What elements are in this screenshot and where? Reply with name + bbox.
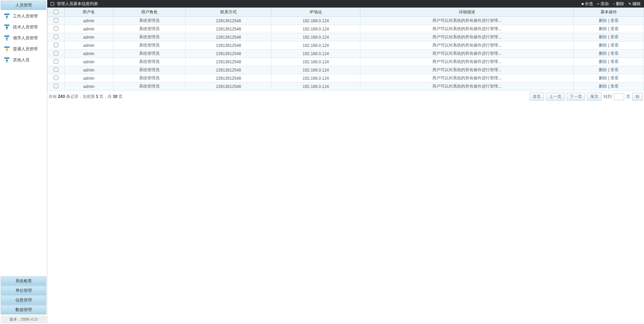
row-view-link[interactable]: 查看 <box>610 26 619 31</box>
row-checkbox-cell <box>48 82 65 91</box>
data-table: 用户名 用户角色 联系方式 IP地址 详细描述 基本操作 admin系统管理员1… <box>47 8 644 91</box>
row-delete-link[interactable]: 删除 <box>599 51 607 56</box>
add-button[interactable]: + 添加 <box>597 1 608 7</box>
table-row: admin系统管理员13913612548192.168.0.124用户可以对系… <box>48 58 644 66</box>
sidebar-item-1[interactable]: 技术人员管理 <box>0 22 47 33</box>
cell-role: 系统管理员 <box>113 41 185 50</box>
row-delete-link[interactable]: 删除 <box>599 35 607 39</box>
go-button[interactable]: 转 <box>632 93 643 101</box>
list-icon <box>51 2 54 5</box>
row-view-link[interactable]: 查看 <box>610 18 619 23</box>
cell-operation: 删除 | 查看 <box>573 33 644 41</box>
svg-rect-0 <box>4 14 10 15</box>
last-page-button[interactable]: 尾页 <box>587 93 602 101</box>
row-view-link[interactable]: 查看 <box>610 84 619 89</box>
row-checkbox[interactable] <box>54 26 58 31</box>
svg-point-5 <box>6 38 8 40</box>
header-role: 用户角色 <box>113 8 185 17</box>
cell-operation: 删除 | 查看 <box>573 50 644 58</box>
row-view-link[interactable]: 查看 <box>610 67 619 72</box>
row-view-link[interactable]: 查看 <box>610 51 619 56</box>
row-delete-link[interactable]: 删除 <box>599 26 607 31</box>
row-checkbox-cell <box>48 41 65 50</box>
cell-username: admin <box>65 50 113 58</box>
current-page: 1 <box>96 94 98 99</box>
row-view-link[interactable]: 查看 <box>610 59 619 64</box>
cell-operation: 删除 | 查看 <box>573 41 644 50</box>
page-input[interactable] <box>614 93 624 100</box>
person-icon <box>3 35 10 41</box>
sidebar-bottom-item-2[interactable]: 信息管理 <box>1 296 46 305</box>
sidebar-bottom-item-1[interactable]: 单位管理 <box>1 286 46 295</box>
svg-point-7 <box>6 49 8 51</box>
titlebar-title: 管理人员基本信息列表 <box>57 1 98 7</box>
header-checkbox <box>48 8 65 17</box>
row-delete-link[interactable]: 删除 <box>599 43 607 48</box>
row-checkbox[interactable] <box>54 51 58 55</box>
table-row: admin系统管理员13913612548192.168.0.124用户可以对系… <box>48 25 644 33</box>
cell-role: 系统管理员 <box>113 66 185 74</box>
prev-page-button[interactable]: 上一页 <box>546 93 565 101</box>
cell-role: 系统管理员 <box>113 17 185 25</box>
cell-ip: 192.168.0.124 <box>271 41 360 50</box>
sidebar-item-label: 领导人员管理 <box>13 35 38 41</box>
first-page-button[interactable]: 首页 <box>530 93 544 101</box>
select-all-button[interactable]: ■ 全选 <box>581 1 593 7</box>
cell-contact: 13913612548 <box>186 82 271 91</box>
sidebar-item-label: 普通人员管理 <box>13 46 38 52</box>
sidebar: 人员管理 工作人员管理技术人员管理领导人员管理普通人员管理其他人员 系统检查单位… <box>0 0 47 324</box>
edit-button[interactable]: ✎ 编辑 <box>628 1 641 7</box>
cell-description: 用户可以对系统的所有操作进行管理... <box>360 50 574 58</box>
row-checkbox[interactable] <box>54 59 58 64</box>
row-delete-link[interactable]: 删除 <box>599 67 607 72</box>
row-delete-link[interactable]: 删除 <box>599 76 607 80</box>
delete-button[interactable]: − 删除 <box>613 1 624 7</box>
square-icon: ■ <box>581 2 584 6</box>
row-checkbox[interactable] <box>54 84 58 88</box>
row-view-link[interactable]: 查看 <box>610 76 619 80</box>
table-row: admin系统管理员13913612548192.168.0.124用户可以对系… <box>48 50 644 58</box>
row-delete-link[interactable]: 删除 <box>599 18 607 23</box>
cell-username: admin <box>65 25 113 33</box>
sidebar-item-label: 其他人员 <box>13 57 29 63</box>
row-view-link[interactable]: 查看 <box>610 43 619 48</box>
cell-description: 用户可以对系统的所有操作进行管理... <box>360 74 574 82</box>
svg-rect-2 <box>4 25 10 26</box>
cell-description: 用户可以对系统的所有操作进行管理... <box>360 33 574 41</box>
cell-description: 用户可以对系统的所有操作进行管理... <box>360 82 574 91</box>
header-ip: IP地址 <box>271 8 360 17</box>
row-checkbox-cell <box>48 74 65 82</box>
pagination-info: 共有 243 条记录，当前第 1 页，共 10 页 <box>49 94 123 100</box>
sidebar-header-personnel[interactable]: 人员管理 <box>1 1 46 10</box>
table-row: admin系统管理员13913612548192.168.0.124用户可以对系… <box>48 33 644 41</box>
cell-username: admin <box>65 41 113 50</box>
cell-contact: 13913612548 <box>186 58 271 66</box>
row-delete-link[interactable]: 删除 <box>599 59 607 64</box>
sidebar-bottom-item-0[interactable]: 系统检查 <box>1 276 46 286</box>
row-delete-link[interactable]: 删除 <box>599 84 607 89</box>
page-unit-label: 页 <box>626 94 630 100</box>
cell-role: 系统管理员 <box>113 58 185 66</box>
sidebar-item-4[interactable]: 其他人员 <box>0 54 47 65</box>
separator: | <box>607 18 610 23</box>
sidebar-item-2[interactable]: 领导人员管理 <box>0 33 47 43</box>
cell-role: 系统管理员 <box>113 50 185 58</box>
person-icon <box>3 46 10 52</box>
total-pages: 10 <box>113 94 117 99</box>
row-checkbox[interactable] <box>54 76 58 80</box>
cell-username: admin <box>65 82 113 91</box>
row-checkbox-cell <box>48 33 65 41</box>
goto-label: 转到 <box>604 94 612 100</box>
row-checkbox[interactable] <box>54 35 58 39</box>
sidebar-item-3[interactable]: 普通人员管理 <box>0 43 47 54</box>
next-page-button[interactable]: 下一页 <box>567 93 585 101</box>
sidebar-bottom-item-3[interactable]: 数据管理 <box>1 305 46 314</box>
sidebar-item-label: 工作人员管理 <box>13 13 38 19</box>
sidebar-item-0[interactable]: 工作人员管理 <box>0 11 47 22</box>
row-checkbox[interactable] <box>54 18 58 23</box>
row-checkbox[interactable] <box>54 43 58 47</box>
row-view-link[interactable]: 查看 <box>610 35 619 39</box>
cell-contact: 13913612548 <box>186 33 271 41</box>
select-all-checkbox[interactable] <box>54 10 58 14</box>
row-checkbox[interactable] <box>54 67 58 72</box>
